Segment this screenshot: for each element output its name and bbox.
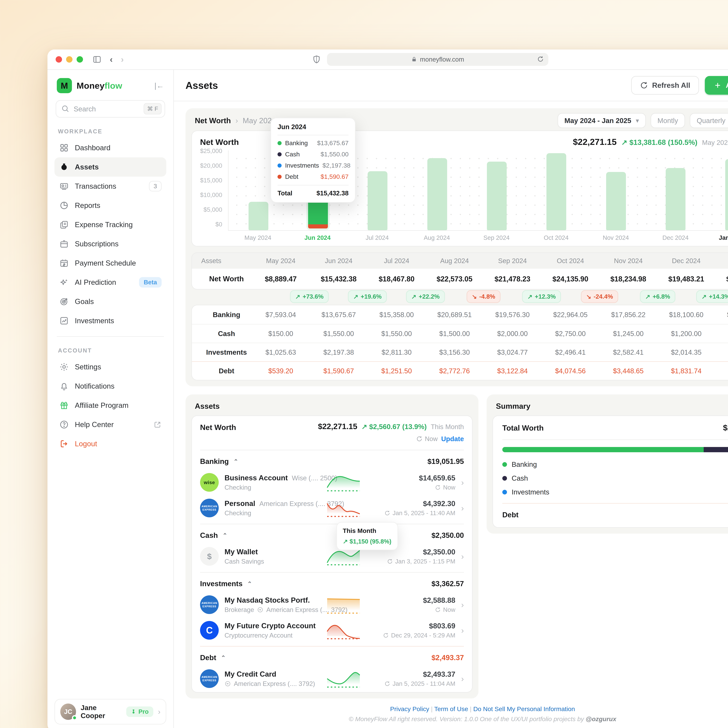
asset-section-toggle[interactable]: Banking⌃ — [200, 457, 239, 466]
table-cell: $3,362.57 — [715, 348, 728, 356]
footer-link-term-of-use[interactable]: Term of Use — [434, 705, 468, 713]
account-name: My Wallet — [225, 548, 258, 556]
chevron-right-icon[interactable]: › — [461, 503, 464, 513]
chevron-right-icon[interactable]: › — [461, 552, 464, 561]
sidebar-collapse-icon[interactable]: |← — [154, 81, 164, 90]
account-row-my-future-crypto-account[interactable]: CMy Future Crypto AccountCryptocurrency … — [192, 618, 472, 644]
chart-bar[interactable] — [368, 171, 387, 230]
chart-bar[interactable] — [487, 162, 507, 230]
account-name: My Nasdaq Stocks Portf. — [225, 596, 310, 604]
account-row-my-nasdaq-stocks-portf[interactable]: AMERICANEXPRESSMy Nasdaq Stocks Portf.Br… — [192, 592, 472, 618]
sidebar-item-notifications[interactable]: Notifications — [55, 376, 166, 396]
window-controls[interactable] — [56, 56, 83, 63]
chevron-right-icon[interactable]: › — [461, 626, 464, 635]
footer-link-do-not-sell-my-personal-information[interactable]: Do Not Sell My Personal Information — [473, 705, 575, 713]
table-cell: $3,122.84 — [483, 367, 541, 375]
sidebar-item-transactions[interactable]: Transactions3 — [55, 177, 166, 196]
chart-bar[interactable] — [666, 168, 685, 230]
sidebar-item-goals[interactable]: Goals — [55, 292, 166, 311]
account-amount: $803.69 — [368, 622, 455, 630]
period-button-monthly[interactable]: Montly — [650, 113, 685, 128]
x-tick-label: Dec 2024 — [645, 234, 705, 241]
asset-section-toggle[interactable]: Debt⌃ — [200, 653, 226, 662]
change-badge: ↗+14.3% — [696, 290, 728, 303]
update-link[interactable]: Update — [441, 435, 464, 443]
chart-bar[interactable] — [249, 202, 268, 230]
table-cell: $20,689.51 — [425, 311, 483, 319]
tooltip-series-label: Debt — [285, 173, 298, 180]
table-networth-value: $19,483.21 — [657, 275, 715, 283]
sidebar-toggle-icon[interactable] — [92, 55, 102, 64]
sidebar-item-label: Affiliate Program — [75, 401, 128, 410]
account-name: Business Account — [225, 474, 288, 482]
sidebar-item-logout[interactable]: Logout — [55, 434, 166, 453]
account-updated-text: Jan 5, 2025 - 11:04 AM — [393, 680, 455, 687]
tooltip-change: ↗ $1,150 (95.8%) — [343, 538, 392, 545]
tooltip-series-value: $1,590.67 — [321, 173, 349, 180]
refresh-all-button[interactable]: Refresh All — [631, 76, 699, 95]
privacy-shield-icon[interactable] — [312, 55, 321, 64]
forward-button[interactable]: › — [121, 55, 124, 64]
sidebar-item-help-center[interactable]: Help Center — [55, 415, 166, 434]
sidebar-item-reports[interactable]: Reports — [55, 196, 166, 215]
search-icon — [61, 104, 70, 113]
sidebar-item-assets[interactable]: Assets — [55, 158, 166, 177]
change-badge-text: +22.2% — [419, 293, 440, 300]
account-row-personal[interactable]: AMERICANEXPRESSPersonalAmerican Express … — [192, 496, 472, 522]
plus-icon — [714, 81, 722, 89]
url-bar[interactable]: moneyflow.com — [327, 53, 548, 66]
close-window-button[interactable] — [56, 56, 62, 63]
sidebar-item-subscriptions[interactable]: Subscriptions — [55, 234, 166, 254]
y-tick-label: $10,000 — [200, 191, 222, 199]
account-info: My Nasdaq Stocks Portf.BrokerageAmerican… — [225, 596, 326, 613]
asset-section-header: Debt⌃$2,493.37 — [192, 649, 472, 667]
reload-icon[interactable] — [537, 55, 544, 63]
date-range-select[interactable]: May 2024 - Jan 2025▾ — [558, 113, 646, 128]
table-networth-value: $18,234.98 — [599, 275, 657, 283]
add-account-button[interactable]: Add Account — [705, 76, 728, 95]
account-title-line: My Wallet — [225, 548, 264, 556]
sidebar-item-settings[interactable]: Settings — [55, 357, 166, 376]
wise-logo: wise — [200, 473, 219, 492]
table-category-card: Banking$7,593.04$13,675.67$15,358.00$20,… — [191, 305, 728, 381]
account-row-my-wallet[interactable]: $My WalletCash Savings$2,350.00Jan 3, 20… — [192, 544, 472, 570]
chart-bar[interactable] — [427, 158, 447, 230]
sidebar-item-dashboard[interactable]: Dashboard — [55, 138, 166, 158]
asset-section-label: Investments — [200, 580, 243, 588]
account-row-my-credit-card[interactable]: AMERICANEXPRESSMy Credit CardAmerican Ex… — [192, 667, 472, 692]
account-subtype: Cash Savings — [225, 558, 264, 565]
back-button[interactable]: ‹ — [110, 55, 113, 64]
period-button-quarterly[interactable]: Quarterly — [690, 113, 728, 128]
breadcrumb-root[interactable]: Net Worth — [195, 116, 231, 125]
zoom-window-button[interactable] — [76, 56, 83, 63]
asset-section-toggle[interactable]: Investments⌃ — [200, 580, 252, 588]
footer-link-privacy-policy[interactable]: Privacy Policy — [390, 705, 429, 713]
user-card[interactable]: JC Jane Cooper Pro › — [55, 699, 166, 725]
sidebar-item-ai-prediction[interactable]: AI PredictionBeta — [55, 273, 166, 292]
sidebar-item-label: Settings — [75, 363, 101, 371]
chevron-right-icon[interactable]: › — [461, 478, 464, 487]
chart-bar-column — [705, 150, 728, 230]
table-header-cell: Dec 2024 — [657, 257, 715, 265]
x-tick-label: Oct 2024 — [526, 234, 586, 241]
account-updated-text: Now — [443, 484, 455, 491]
minimize-window-button[interactable] — [66, 56, 72, 63]
breakdown-progress-bar — [502, 447, 728, 452]
assets-panel-title: Assets — [195, 402, 220, 410]
chart-bar[interactable] — [725, 159, 728, 230]
beta-badge: Beta — [139, 277, 162, 288]
account-row-business-account[interactable]: wiseBusiness AccountWise (.... 2500)Chec… — [192, 470, 472, 496]
table-cell: $1,550.00 — [310, 330, 368, 338]
chart-bar[interactable] — [546, 153, 566, 230]
asset-section-toggle[interactable]: Cash⌃ — [200, 531, 228, 540]
sidebar-item-expense-tracking[interactable]: Expense Tracking — [55, 215, 166, 234]
pro-badge: Pro — [126, 707, 153, 717]
sidebar-item-affiliate-program[interactable]: Affiliate Program — [55, 396, 166, 415]
chevron-right-icon[interactable]: › — [461, 600, 464, 609]
chevron-right-icon[interactable]: › — [461, 674, 464, 684]
chart-bar[interactable] — [606, 172, 626, 230]
sidebar-item-investments[interactable]: Investments — [55, 311, 166, 330]
sidebar-item-payment-schedule[interactable]: Payment Schedule — [55, 254, 166, 273]
author-handle[interactable]: @ozgurux — [586, 716, 616, 722]
table-cell: $7,593.04 — [252, 311, 310, 319]
